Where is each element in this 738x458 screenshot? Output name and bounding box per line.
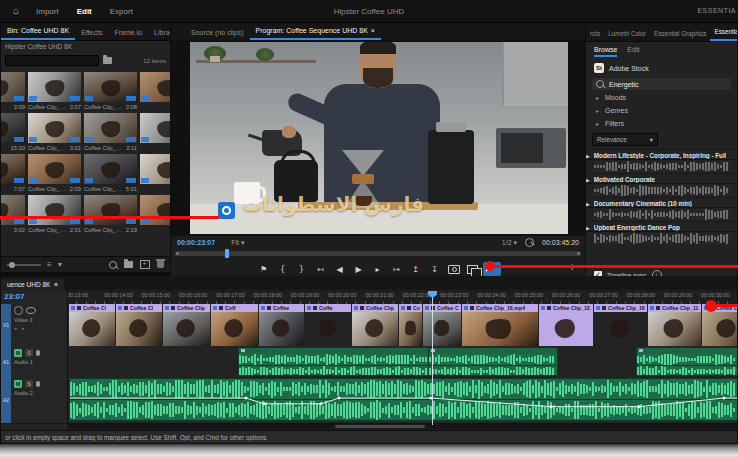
menu-item[interactable]: Edit (77, 7, 92, 16)
clip-cell[interactable]: Coffee Clip_3.mp4 3:07 (28, 72, 81, 110)
video-clip[interactable]: Coffee Clip_16.mp4 (462, 304, 538, 346)
panel-tab[interactable]: Essential S (710, 24, 737, 41)
step-back-button[interactable]: ◀ (331, 262, 348, 277)
add-marker-button[interactable]: ⚑ (255, 262, 272, 277)
settings-wrench-icon[interactable] (525, 238, 534, 247)
view-chevron-icon[interactable]: ▾ (58, 260, 62, 270)
track-waveform[interactable] (594, 233, 731, 244)
playback-resolution-dropdown[interactable]: 1/2 ▾ (502, 239, 517, 247)
sequence-tab[interactable]: uence UHD 8K ≡ (1, 279, 64, 290)
sound-search-input[interactable]: Energetic (592, 78, 731, 90)
bin-breadcrumb[interactable]: Hipster Coffee UHD 8K (1, 41, 170, 52)
sort-dropdown[interactable]: Relevance▾ (592, 133, 658, 146)
audio-track-item[interactable]: ▶ Upbeat Energetic Dance Pop Powerful, D… (586, 221, 737, 245)
video-clip[interactable]: Coffe (305, 304, 351, 346)
category-row[interactable]: ▸ Filters (586, 117, 737, 130)
clip-cell[interactable]: 3:02 (1, 195, 25, 233)
voiceover-record-icon[interactable] (36, 381, 40, 387)
delete-icon[interactable] (157, 261, 164, 268)
scrub-handle-left[interactable] (176, 252, 179, 255)
sub-tab[interactable]: Edit (627, 46, 639, 57)
track-waveform[interactable] (594, 185, 731, 196)
solo-button[interactable]: S (25, 349, 33, 357)
audio-clip[interactable] (238, 347, 430, 376)
program-monitor-tab[interactable]: Program: Coffee Sequence UHD 8K × (250, 24, 381, 40)
play-icon[interactable]: ▶ (586, 201, 590, 207)
clip-cell[interactable]: Coffee Clip_6.mp4 3:01 (28, 113, 81, 151)
clip-cell[interactable]: 15:20 (1, 113, 25, 151)
clip-thumbnail[interactable] (140, 154, 170, 184)
clip-thumbnail[interactable] (84, 195, 137, 225)
clip-thumbnail[interactable] (28, 154, 81, 184)
track-waveform[interactable] (594, 209, 731, 220)
list-view-icon[interactable]: ≡ (47, 260, 52, 270)
clip-thumbnail[interactable] (140, 113, 170, 143)
clip-cell[interactable]: Coffee Clip_9.mp4 2:11 (84, 113, 137, 151)
timeline-timecode[interactable]: 23:07 (1, 290, 67, 301)
clip-cell[interactable]: Coffee Clip_12.mp4 5:01 (84, 154, 137, 192)
panel-menu-icon[interactable]: ≡ (54, 281, 58, 288)
video-clip[interactable]: Coffee Clip_11.mp4 (648, 304, 701, 346)
scrub-handle-right[interactable] (577, 252, 580, 255)
timeline-scrollbar[interactable] (67, 424, 737, 429)
step-forward-button[interactable]: ▸ (369, 262, 386, 277)
video-clip[interactable]: Coffee Clip (163, 304, 210, 346)
menu-item[interactable]: Export (110, 7, 133, 16)
play-icon[interactable]: ▶ (586, 177, 590, 183)
source-patch-a1[interactable]: A1 (1, 346, 11, 377)
clip-cell[interactable]: Coffee Clip_11.mp4 2:09 (28, 154, 81, 192)
lift-button[interactable]: ↥ (407, 262, 424, 277)
audio-track-item[interactable]: ▶ Documentary Cinematic (10 min) Powerfu… (586, 197, 737, 221)
extract-button[interactable]: ↧ (426, 262, 443, 277)
monitor-playhead[interactable] (225, 249, 229, 258)
menu-item[interactable]: Import (36, 7, 59, 16)
project-tab[interactable]: Libra (148, 26, 170, 40)
voiceover-record-icon[interactable] (36, 350, 40, 356)
comparison-view-button[interactable] (464, 262, 481, 277)
clip-thumbnail[interactable] (1, 195, 25, 225)
video-clip[interactable]: Coffee Cli (399, 304, 422, 346)
audio-clip[interactable] (636, 347, 737, 376)
clip-thumbnail[interactable] (1, 154, 25, 184)
find-icon[interactable] (109, 261, 117, 269)
new-item-icon[interactable] (140, 260, 150, 269)
video-clip[interactable]: Coff (211, 304, 258, 346)
clip-thumbnail[interactable] (1, 72, 25, 102)
video-clip[interactable]: Coffee C (423, 304, 461, 346)
video-clip[interactable]: Coffee (259, 304, 304, 346)
volume-keyframe-line[interactable] (70, 379, 737, 421)
new-bin-icon[interactable] (124, 261, 133, 268)
go-to-in-button[interactable]: ↤ (312, 262, 329, 277)
solo-button[interactable]: S (25, 380, 33, 388)
play-button[interactable]: ▶ (350, 262, 367, 277)
zoom-fit-dropdown[interactable]: Fit ▾ (231, 239, 244, 247)
video-clip[interactable]: Coffee Cl (116, 304, 162, 346)
video-clip[interactable]: Coffee Cl (69, 304, 115, 346)
category-row[interactable]: ▸ Genres (586, 104, 737, 117)
panel-tab[interactable]: rols (586, 26, 604, 41)
clip-cell[interactable] (140, 72, 170, 110)
clip-cell[interactable] (140, 113, 170, 151)
music-audio-clip[interactable] (69, 378, 737, 422)
close-icon[interactable]: × (371, 27, 375, 34)
clip-thumbnail[interactable] (1, 113, 25, 143)
play-icon[interactable]: ▶ (586, 153, 590, 159)
clip-cell[interactable] (140, 195, 170, 233)
mark-out-button[interactable]: } (293, 262, 310, 277)
project-tab[interactable]: Effects (75, 26, 108, 40)
video-clip[interactable]: Coffee Clip (352, 304, 398, 346)
clip-cell[interactable]: 3:09 (1, 72, 25, 110)
project-search-input[interactable] (5, 55, 99, 66)
clip-thumbnail[interactable] (84, 72, 137, 102)
mark-in-button[interactable]: { (274, 262, 291, 277)
source-patch-a2[interactable]: A2 (1, 377, 11, 423)
clip-cell[interactable] (140, 154, 170, 192)
audio-track-item[interactable]: ▶ Motivated Corporate Dynamic, Inspiring… (586, 173, 737, 197)
adobe-stock-row[interactable]: St Adobe Stock (586, 59, 737, 77)
clip-cell[interactable]: Coffee Clip_15.mp4 2:19 (84, 195, 137, 233)
go-to-out-button[interactable]: ↦ (388, 262, 405, 277)
time-ruler[interactable]: 00:13:0000:00:14:0000:00:15:0000:00:16:0… (67, 290, 737, 305)
track-waveform[interactable] (594, 161, 731, 172)
panel-tab[interactable]: Essential Graphics (650, 26, 711, 41)
track-visibility-icon[interactable] (26, 307, 36, 314)
